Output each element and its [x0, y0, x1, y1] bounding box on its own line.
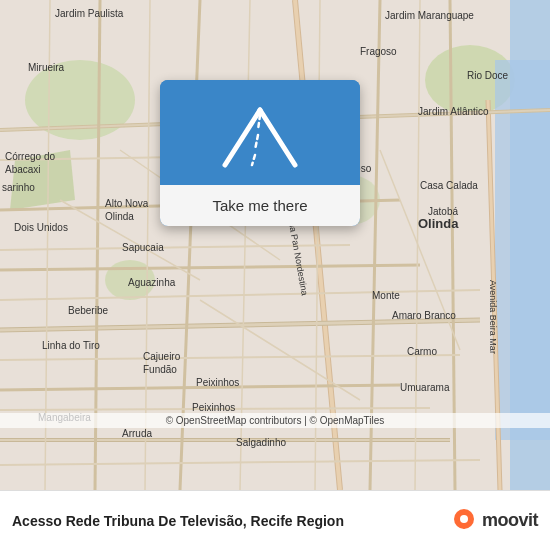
map-attribution: © OpenStreetMap contributors | © OpenMap…: [0, 413, 550, 428]
svg-rect-8: [495, 60, 550, 440]
card-icon-area: [160, 80, 360, 185]
road-icon: [220, 100, 300, 170]
location-title: Acesso Rede Tribuna De Televisão, Recife…: [12, 513, 450, 529]
svg-line-44: [255, 135, 258, 150]
svg-point-47: [460, 515, 468, 523]
svg-line-45: [252, 155, 255, 165]
map-container: Jardim Paulista Jardim Maranguape Fragos…: [0, 0, 550, 490]
action-card: Take me there: [160, 80, 360, 226]
take-me-there-button[interactable]: Take me there: [160, 185, 360, 226]
bottom-text: Acesso Rede Tribuna De Televisão, Recife…: [12, 513, 450, 529]
moovit-logo: moovit: [450, 507, 538, 535]
svg-line-42: [260, 110, 295, 165]
moovit-brand-text: moovit: [482, 510, 538, 531]
moovit-pin-icon: [450, 507, 478, 535]
bottom-bar: Acesso Rede Tribuna De Televisão, Recife…: [0, 490, 550, 550]
